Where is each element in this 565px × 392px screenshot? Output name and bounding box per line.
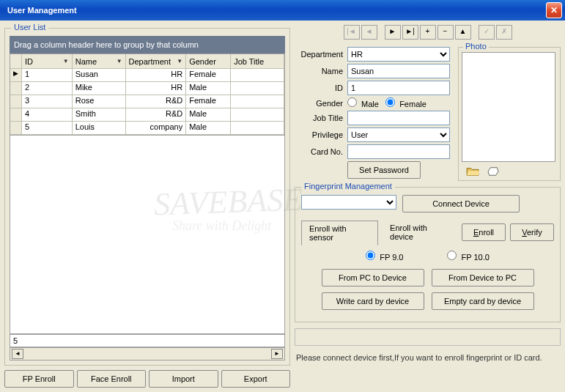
label-privilege: Privilege — [295, 130, 347, 139]
group-drag-hint[interactable]: Drag a column header here to group by th… — [10, 36, 285, 53]
export-button[interactable]: Export — [221, 370, 291, 388]
dropdown-icon: ▼ — [117, 58, 122, 64]
grid-header: ID▼ Name▼ Department▼ Gender Job Title — [10, 54, 284, 69]
fp10-option[interactable]: FP 10.0 — [447, 251, 489, 262]
privilege-select[interactable]: User — [347, 127, 450, 142]
fingerprint-group: Fingerprint Management Connect Device En… — [295, 187, 561, 322]
photo-group: Photo — [458, 47, 561, 181]
row-indicator: ▶ — [10, 69, 22, 82]
dropdown-icon: ▼ — [177, 58, 182, 64]
name-input[interactable] — [347, 64, 450, 78]
photo-area — [462, 52, 555, 162]
row-indicator — [10, 95, 22, 108]
user-list-group: User List Drag a column header here to g… — [4, 28, 290, 366]
hint-text: Please connect device first,If you want … — [295, 350, 561, 365]
department-select[interactable]: HR — [347, 47, 450, 62]
row-indicator — [10, 82, 22, 95]
import-button[interactable]: Import — [149, 370, 218, 388]
h-scrollbar[interactable]: ◄ ► — [10, 347, 285, 360]
grid-body: ▶1SusanHRFemale2MikeHRMale3RoseR&DFemale… — [10, 69, 284, 135]
device-to-pc-button[interactable]: From Device to PC — [432, 269, 534, 286]
connect-device-button[interactable]: Connect Device — [402, 195, 520, 212]
nav-remove-icon[interactable]: − — [437, 25, 454, 40]
user-list-title: User List — [11, 23, 48, 32]
gender-male-option[interactable]: Male — [347, 97, 379, 108]
label-jobtitle: Job Title — [295, 114, 347, 122]
nav-strip: |◄ ◄ ► ►| + − ▲ ✓ ✗ — [295, 25, 561, 40]
cardno-input[interactable] — [347, 144, 450, 159]
col-gender[interactable]: Gender — [186, 54, 231, 69]
gender-female-option[interactable]: Female — [385, 97, 426, 108]
table-row[interactable]: 2MikeHRMale — [10, 82, 284, 95]
label-cardno: Card No. — [295, 147, 347, 156]
table-row[interactable]: 3RoseR&DFemale — [10, 95, 284, 108]
set-password-button[interactable]: Set Password — [347, 161, 421, 179]
fp-device-select[interactable] — [301, 195, 396, 210]
fp-enroll-button[interactable]: FP Enroll — [4, 370, 74, 388]
nav-edit-icon[interactable]: ▲ — [455, 25, 471, 40]
open-folder-icon[interactable] — [466, 166, 479, 177]
tab-enroll-device[interactable]: Enroll with device — [383, 221, 457, 244]
title-bar: User Management ✕ — [0, 0, 565, 21]
scroll-left-icon[interactable]: ◄ — [12, 349, 23, 359]
tab-enroll-sensor[interactable]: Enroll with sensor — [301, 221, 378, 245]
col-jobtitle[interactable]: Job Title — [231, 54, 284, 69]
fp9-option[interactable]: FP 9.0 — [366, 251, 403, 262]
label-id: ID — [295, 84, 347, 92]
nav-save-icon[interactable]: ✓ — [479, 25, 495, 40]
nav-cancel-icon[interactable]: ✗ — [496, 25, 512, 40]
table-row[interactable]: 4SmithR&DMale — [10, 108, 284, 122]
empty-card-button[interactable]: Empty card by device — [432, 292, 534, 310]
row-indicator — [10, 108, 22, 122]
face-enroll-button[interactable]: Face Enroll — [77, 370, 147, 388]
label-name: Name — [295, 67, 347, 75]
col-id[interactable]: ID▼ — [22, 54, 73, 69]
label-department: Department — [295, 50, 347, 59]
pc-to-device-button[interactable]: From PC to Device — [322, 269, 424, 286]
filter-row[interactable]: 5 — [10, 334, 285, 347]
nav-add-icon[interactable]: + — [420, 25, 436, 40]
status-box — [295, 328, 561, 346]
nav-next-icon[interactable]: ► — [385, 25, 401, 40]
fingerprint-title: Fingerprint Management — [301, 182, 395, 191]
enroll-button[interactable]: Enroll — [462, 223, 506, 241]
close-button[interactable]: ✕ — [546, 2, 562, 18]
erase-icon[interactable] — [487, 166, 500, 177]
verify-button[interactable]: Verify — [510, 223, 554, 241]
label-gender: Gender — [295, 99, 347, 108]
row-indicator — [10, 122, 22, 135]
user-grid: ID▼ Name▼ Department▼ Gender Job Title ▶… — [10, 53, 285, 136]
nav-first-icon[interactable]: |◄ — [344, 25, 360, 40]
window-title: User Management — [3, 6, 77, 15]
photo-label: Photo — [463, 42, 489, 51]
col-name[interactable]: Name▼ — [73, 54, 126, 69]
write-card-button[interactable]: Write card by device — [322, 292, 424, 310]
table-row[interactable]: ▶1SusanHRFemale — [10, 69, 284, 82]
scroll-right-icon[interactable]: ► — [271, 349, 283, 359]
nav-prev-icon[interactable]: ◄ — [361, 25, 377, 40]
table-row[interactable]: 5LouiscompanyMale — [10, 122, 284, 135]
id-input[interactable] — [347, 81, 450, 95]
nav-last-icon[interactable]: ►| — [402, 25, 418, 40]
row-selector-header[interactable] — [10, 54, 22, 69]
dropdown-icon: ▼ — [63, 58, 69, 64]
grid-empty-area — [10, 136, 285, 334]
jobtitle-input[interactable] — [347, 111, 450, 125]
col-department[interactable]: Department▼ — [126, 54, 187, 69]
